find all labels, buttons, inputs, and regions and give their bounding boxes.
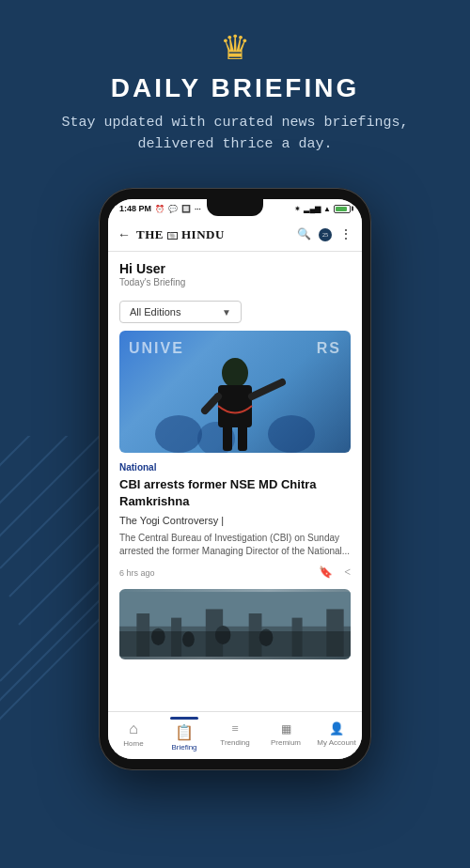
article-body: The Central Bureau of Investigation (CBI… [108, 528, 362, 562]
svg-point-2 [268, 415, 315, 453]
status-time: 1:48 PM [119, 204, 151, 213]
notification-count: 25 [322, 232, 328, 238]
alarm-icon: ⏰ [155, 205, 164, 213]
nav-premium-label: Premium [271, 738, 301, 747]
wifi-icon: ▲ [323, 205, 331, 213]
svg-point-0 [155, 415, 202, 453]
home-icon: ⌂ [129, 721, 138, 737]
svg-line-5 [252, 382, 282, 396]
preview-overlay [119, 631, 351, 659]
app-subtitle: Stay updated with curated news briefings… [19, 113, 451, 155]
article-subline: The Yogi Controversy | [108, 513, 362, 528]
nav-trending[interactable]: ≡ Trending [210, 721, 260, 747]
share-icon[interactable]: < [344, 566, 351, 580]
article-category: National [108, 457, 362, 474]
more-icon: ··· [195, 205, 201, 213]
active-indicator [170, 717, 198, 720]
nav-account[interactable]: 👤 My Account [311, 721, 362, 747]
back-button[interactable]: ← [118, 227, 131, 242]
content-area[interactable]: Hi User Today's Briefing All Editions ▼ … [108, 252, 362, 711]
message-icon: 💬 [168, 205, 178, 213]
nav-premium[interactable]: ▦ Premium [260, 722, 311, 747]
app-title: DAILY BRIEFING [19, 73, 451, 103]
svg-rect-8 [238, 425, 247, 451]
article-actions: 🔖 < [319, 566, 351, 580]
app-bar-right: 🔍 25 ⋮ [297, 226, 352, 242]
editions-dropdown[interactable]: All Editions ▼ [119, 301, 242, 323]
article-footer: 6 hrs ago 🔖 < [108, 562, 362, 585]
editions-label: All Editions [130, 306, 180, 318]
phone-body: 1:48 PM ⏰ 💬 🔲 ··· ✴ ▂▄▆ ▲ [99, 188, 371, 770]
greeting-title: Hi User [119, 261, 351, 276]
nav-home[interactable]: ⌂ Home [108, 721, 159, 748]
more-menu-icon[interactable]: ⋮ [339, 226, 352, 242]
bluetooth-icon: ✴ [294, 205, 301, 213]
search-icon[interactable]: 🔍 [297, 227, 311, 241]
news-image: UNIVE RS [119, 331, 351, 453]
svg-point-3 [222, 358, 248, 388]
premium-icon: ▦ [281, 722, 291, 736]
greeting-subtitle: Today's Briefing [119, 277, 351, 287]
phone-notch [207, 199, 263, 216]
crown-icon: ♛ [19, 28, 451, 68]
status-left: 1:48 PM ⏰ 💬 🔲 ··· [119, 204, 201, 213]
app-bar-left: ← THE 🐘 HINDU [118, 227, 225, 242]
phone-mockup: 1:48 PM ⏰ 💬 🔲 ··· ✴ ▂▄▆ ▲ [0, 188, 470, 770]
article-time: 6 hrs ago [119, 568, 155, 578]
battery-icon [334, 205, 351, 213]
svg-rect-7 [223, 425, 232, 451]
account-icon: 👤 [329, 721, 344, 736]
app-logo: THE 🐘 HINDU [136, 227, 225, 242]
svg-rect-4 [218, 385, 252, 427]
trending-icon: ≡ [231, 721, 238, 736]
nav-trending-label: Trending [220, 738, 249, 747]
bookmark-icon[interactable]: 🔖 [319, 566, 333, 580]
svg-line-6 [205, 396, 218, 411]
chevron-down-icon: ▼ [222, 307, 231, 318]
nav-briefing-label: Briefing [171, 743, 196, 752]
nav-account-label: My Account [317, 738, 355, 747]
header-section: ♛ DAILY BRIEFING Stay updated with curat… [0, 0, 470, 174]
article-headline[interactable]: CBI arrests former NSE MD Chitra Ramkris… [108, 474, 362, 513]
nav-briefing[interactable]: 📋 Briefing [159, 717, 210, 752]
second-article-preview[interactable] [119, 589, 351, 659]
status-right: ✴ ▂▄▆ ▲ [294, 205, 351, 213]
notification-badge[interactable]: 25 [319, 228, 332, 241]
briefing-icon: 📋 [175, 723, 194, 741]
bottom-navigation: ⌂ Home 📋 Briefing ≡ Trending ▦ Premium [108, 711, 362, 759]
nav-home-label: Home [123, 739, 143, 748]
app-bar: ← THE 🐘 HINDU 🔍 25 ⋮ [108, 218, 362, 252]
person-figure [141, 331, 329, 453]
greeting-section: Hi User Today's Briefing [108, 252, 362, 293]
phone-screen: 1:48 PM ⏰ 💬 🔲 ··· ✴ ▂▄▆ ▲ [108, 199, 362, 759]
notification-icon: 🔲 [181, 205, 191, 213]
signal-icon: ▂▄▆ [304, 205, 321, 213]
